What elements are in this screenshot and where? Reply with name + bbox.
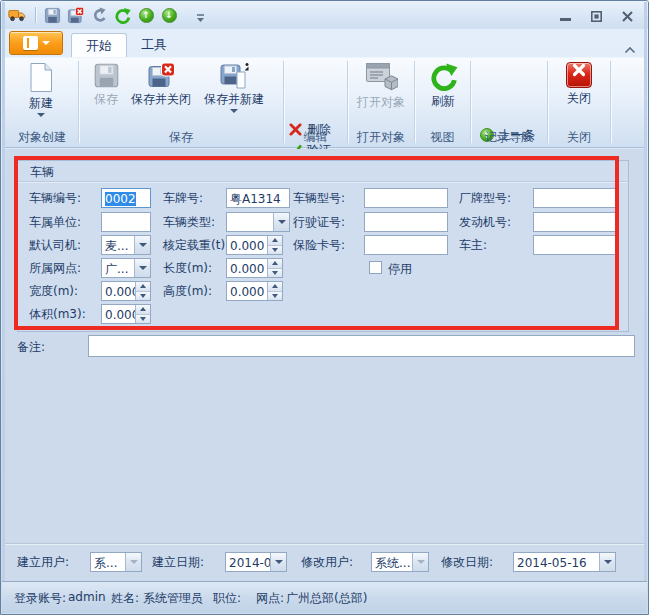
- name-value: 系统管理员: [143, 590, 203, 607]
- driving-license-input[interactable]: [364, 212, 448, 232]
- close-window-button[interactable]: [618, 9, 636, 23]
- remark-input[interactable]: [88, 335, 635, 357]
- length-spinner[interactable]: 0.000: [226, 258, 283, 278]
- close-button-label: 关闭: [554, 91, 604, 105]
- branch-status-value: 广州总部(总部): [286, 590, 367, 607]
- save-and-close-button[interactable]: 保存并关闭: [128, 60, 194, 106]
- title-bar: ↑ ↓: [1, 1, 648, 29]
- save-and-close-button-label: 保存并关闭: [128, 92, 194, 106]
- length-label: 长度(m):: [163, 258, 212, 278]
- close-red-icon: [566, 62, 592, 88]
- volume-spinner[interactable]: 0.000: [101, 304, 151, 324]
- remark-value: [89, 336, 634, 338]
- spinner-buttons[interactable]: [135, 305, 150, 323]
- restore-button[interactable]: [587, 9, 605, 23]
- tab-tools-label: 工具: [141, 37, 167, 52]
- load-capacity-label: 核定载重(t):: [163, 235, 229, 255]
- app-truck-icon: [8, 6, 26, 24]
- modified-date-combo[interactable]: 2014-05-16: [513, 552, 616, 572]
- application-menu-button[interactable]: [9, 31, 63, 55]
- save-button-label: 保存: [84, 92, 128, 106]
- spinner-buttons[interactable]: [135, 282, 150, 300]
- form-area: 车辆 车辆编号: 0002 车牌号: 粤A1314 车辆型号: 厂牌型号: 车属…: [5, 149, 644, 610]
- insurance-card-input[interactable]: [364, 235, 448, 255]
- load-capacity-spinner[interactable]: 0.000: [226, 235, 283, 255]
- group-label-save: 保存: [79, 129, 283, 145]
- branch-combo[interactable]: 广...: [101, 258, 151, 278]
- chevron-down-icon[interactable]: [134, 236, 150, 254]
- undo-icon[interactable]: [90, 6, 108, 24]
- spinner-buttons[interactable]: [267, 259, 282, 277]
- tab-tools[interactable]: 工具: [127, 33, 181, 57]
- spin-up-icon: [272, 238, 278, 242]
- disabled-checkbox[interactable]: [369, 261, 382, 274]
- chevron-down-icon: [37, 113, 45, 117]
- chevron-down-icon[interactable]: [134, 259, 150, 277]
- tab-start-label: 开始: [86, 38, 112, 53]
- group-separator: [610, 61, 611, 143]
- refresh-icon[interactable]: [113, 6, 131, 24]
- owner-unit-input[interactable]: [101, 212, 151, 232]
- spinner-buttons[interactable]: [267, 282, 282, 300]
- refresh-button[interactable]: 刷新: [420, 60, 466, 108]
- save-and-new-button[interactable]: 保存并新建: [196, 60, 272, 113]
- engine-number-value: [534, 213, 618, 215]
- modified-by-label: 修改用户:: [301, 552, 353, 572]
- vehicle-number-value: 0002: [105, 192, 136, 206]
- vehicle-owner-input[interactable]: [533, 235, 619, 255]
- save-icon[interactable]: [43, 6, 61, 24]
- modified-by-combo[interactable]: 系统...: [371, 552, 429, 572]
- chevron-down-icon[interactable]: [599, 553, 615, 571]
- owner-unit-label: 车属单位:: [29, 212, 81, 232]
- height-spinner[interactable]: 0.000: [226, 281, 283, 301]
- open-object-button[interactable]: 打开对象: [352, 60, 410, 109]
- collapse-ribbon-button[interactable]: [624, 39, 638, 51]
- tab-start[interactable]: 开始: [71, 33, 127, 57]
- chevron-down-icon[interactable]: [273, 213, 289, 231]
- remark-label: 备注:: [17, 337, 45, 357]
- application-menu-icon: [23, 36, 38, 50]
- down-circle-icon[interactable]: ↓: [160, 6, 178, 24]
- engine-number-label: 发动机号:: [459, 212, 511, 232]
- spin-up-icon: [272, 261, 278, 265]
- spin-up-icon: [140, 284, 146, 288]
- default-driver-label: 默认司机:: [29, 235, 81, 255]
- plate-number-input[interactable]: 粤A1314: [226, 188, 290, 208]
- owner-unit-value: [102, 213, 150, 215]
- chevron-down-icon[interactable]: [270, 553, 286, 571]
- spin-up-icon: [140, 307, 146, 311]
- new-button[interactable]: 新建: [14, 60, 68, 117]
- spinner-buttons[interactable]: [267, 236, 282, 254]
- vehicle-number-input[interactable]: 0002: [101, 188, 151, 208]
- default-driver-combo[interactable]: 麦...: [101, 235, 151, 255]
- save-and-new-button-label: 保存并新建: [196, 92, 272, 106]
- refresh-icon: [429, 62, 458, 91]
- width-spinner[interactable]: 0.000: [101, 281, 151, 301]
- close-button[interactable]: 关闭: [554, 60, 604, 105]
- name-label: 姓名:: [111, 590, 139, 607]
- qat-overflow-icon[interactable]: [191, 9, 209, 27]
- group-label-object-create: 对象创建: [6, 129, 78, 145]
- save-button[interactable]: 保存: [84, 60, 128, 106]
- driving-license-label: 行驶证号:: [293, 212, 345, 232]
- group-label-close: 关闭: [548, 129, 610, 145]
- up-circle-icon[interactable]: ↑: [137, 6, 155, 24]
- engine-number-input[interactable]: [533, 212, 619, 232]
- spin-up-icon: [272, 284, 278, 288]
- created-by-combo[interactable]: 系...: [90, 552, 142, 572]
- created-date-combo[interactable]: 2014-05: [225, 552, 287, 572]
- brand-model-input[interactable]: [533, 188, 619, 208]
- position-label: 职位:: [213, 590, 241, 607]
- branch-status-label: 网点:: [256, 590, 284, 607]
- insurance-card-label: 保险卡号:: [293, 235, 345, 255]
- disabled-checkbox-label: 停用: [388, 259, 412, 279]
- chevron-down-icon: [125, 553, 141, 571]
- login-account-label: 登录账号:: [14, 590, 66, 607]
- login-account-value: admin: [68, 590, 106, 604]
- save-icon: [93, 62, 120, 89]
- vehicle-type-combo[interactable]: [226, 212, 290, 232]
- vehicle-model-input[interactable]: [364, 188, 448, 208]
- minimize-button[interactable]: [556, 9, 574, 23]
- save-close-icon[interactable]: [66, 6, 84, 24]
- vehicle-model-value: [365, 189, 447, 191]
